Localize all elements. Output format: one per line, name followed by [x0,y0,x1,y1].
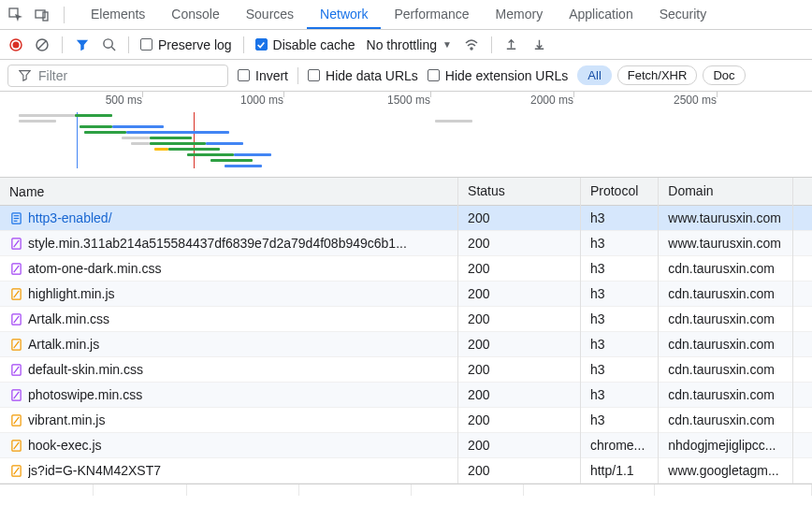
js-file-icon [9,464,22,477]
tab-network[interactable]: Network [307,1,381,29]
disable-cache-checkbox[interactable]: Disable cache [255,37,355,52]
request-name: js?id=G-KN4M42XST7 [28,463,161,478]
request-domain: cdn.taurusxin.com [659,306,793,332]
upload-har-icon[interactable] [503,36,520,53]
record-icon[interactable] [7,36,24,53]
table-row[interactable]: photoswipe.min.css200h3cdn.taurusxin.com [0,383,812,408]
time-label: 1500 ms [387,94,430,107]
request-name: hook-exec.js [28,438,102,453]
download-har-icon[interactable] [531,36,548,53]
table-row[interactable]: js?id=G-KN4M42XST7200http/1.1www.googlet… [0,458,812,484]
time-ruler: 500 ms1000 ms1500 ms2000 ms2500 ms [0,92,812,110]
time-label: 500 ms [106,94,142,107]
hide-extension-urls-checkbox[interactable]: Hide extension URLs [428,68,569,83]
request-domain: cdn.taurusxin.com [659,356,793,383]
filter-toggle-icon[interactable] [74,36,91,53]
table-row[interactable]: default-skin.min.css200h3cdn.taurusxin.c… [0,357,812,383]
table-row[interactable]: Artalk.min.js200h3cdn.taurusxin.com [0,332,812,357]
hide-data-urls-label: Hide data URLs [326,68,418,83]
request-domain: www.googletagm... [659,457,793,484]
filter-chip[interactable]: All [577,65,611,85]
tab-application[interactable]: Application [556,1,646,29]
network-toolbar: Preserve log Disable cache No throttling… [0,30,812,60]
col-header-status[interactable]: Status [458,178,581,205]
request-domain: cdn.taurusxin.com [659,281,793,307]
request-protocol: h3 [581,407,659,433]
overview-timeline[interactable]: 500 ms1000 ms1500 ms2000 ms2500 ms [0,92,812,178]
throttling-label: No throttling [367,37,437,52]
svg-point-7 [103,39,111,48]
load-event-line [194,112,195,168]
request-protocol: chrome... [581,432,659,458]
request-domain: www.taurusxin.com [659,230,793,256]
table-row[interactable]: atom-one-dark.min.css200h3cdn.taurusxin.… [0,256,812,282]
tab-elements[interactable]: Elements [78,1,158,29]
requests-table: Name Status Protocol Domain http3-enable… [0,178,812,484]
request-protocol: h3 [581,382,659,408]
request-domain: cdn.taurusxin.com [659,407,793,433]
request-status: 200 [458,230,581,256]
table-row[interactable]: vibrant.min.js200h3cdn.taurusxin.com [0,408,812,433]
tab-performance[interactable]: Performance [381,1,482,29]
col-header-more[interactable] [793,178,812,205]
request-name: photoswipe.min.css [28,387,142,402]
divider [243,36,244,53]
request-status: 200 [458,457,581,484]
tab-sources[interactable]: Sources [233,1,307,29]
checkbox-icon [308,69,320,81]
css-file-icon [9,363,22,376]
tab-memory[interactable]: Memory [483,1,557,29]
overview-bars [0,112,812,168]
disable-cache-label: Disable cache [273,37,355,52]
invert-label: Invert [255,68,288,83]
divider [297,67,298,84]
request-domain: www.taurusxin.com [659,205,793,231]
invert-checkbox[interactable]: Invert [238,68,288,83]
table-row[interactable]: http3-enabled/200h3www.taurusxin.com [0,206,812,231]
request-protocol: h3 [581,331,659,357]
hide-data-urls-checkbox[interactable]: Hide data URLs [308,68,418,83]
table-header: Name Status Protocol Domain [0,178,812,206]
device-toolbar-icon[interactable] [34,7,51,23]
dom-content-loaded-line [77,112,78,168]
request-status: 200 [458,407,581,433]
request-name: Artalk.min.css [28,311,109,326]
col-header-name[interactable]: Name [0,178,458,205]
checkbox-icon [428,69,440,81]
request-protocol: h3 [581,281,659,307]
divider [62,36,63,53]
chevron-down-icon: ▼ [442,39,452,50]
request-status: 200 [458,331,581,357]
request-protocol: h3 [581,255,659,282]
col-header-domain[interactable]: Domain [659,178,793,205]
tab-security[interactable]: Security [646,1,720,29]
search-icon[interactable] [100,36,117,53]
funnel-icon [18,69,31,82]
preserve-log-label: Preserve log [158,37,232,52]
status-bar [0,484,812,496]
time-label: 1000 ms [240,94,283,107]
table-row[interactable]: Artalk.min.css200h3cdn.taurusxin.com [0,307,812,332]
col-header-protocol[interactable]: Protocol [581,178,659,205]
filter-bar: Filter Invert Hide data URLs Hide extens… [0,60,812,92]
table-row[interactable]: highlight.min.js200h3cdn.taurusxin.com [0,282,812,307]
request-domain: cdn.taurusxin.com [659,382,793,408]
filter-chip[interactable]: Doc [703,65,745,85]
request-protocol: h3 [581,205,659,231]
tab-console[interactable]: Console [158,1,232,29]
filter-chip[interactable]: Fetch/XHR [617,65,698,85]
doc-file-icon [9,211,22,224]
preserve-log-checkbox[interactable]: Preserve log [140,37,232,52]
filter-input[interactable]: Filter [7,65,228,87]
table-row[interactable]: style.min.311ab214a515584437df6839e7d2a7… [0,231,812,256]
table-row[interactable]: hook-exec.js200chrome...nhdogjmejiglipcc… [0,433,812,458]
svg-line-8 [111,47,115,51]
js-file-icon [9,338,22,351]
network-conditions-icon[interactable] [463,36,480,53]
clear-icon[interactable] [34,36,51,53]
throttling-select[interactable]: No throttling ▼ [367,37,452,52]
inspect-element-icon[interactable] [7,7,24,23]
request-protocol: http/1.1 [581,457,659,484]
request-status: 200 [458,432,581,458]
hide-extension-urls-label: Hide extension URLs [445,68,569,83]
